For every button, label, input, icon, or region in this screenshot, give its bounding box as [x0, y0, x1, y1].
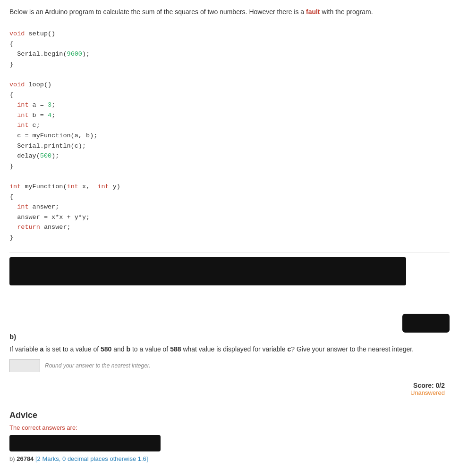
unanswered-text: Unanswered	[9, 389, 445, 396]
redacted-bar-a	[9, 257, 406, 285]
section-b-label: b)	[9, 333, 450, 341]
code-line-15: {	[9, 192, 450, 202]
code-line-blank1	[9, 69, 450, 80]
answer-b-label: b)	[9, 455, 15, 462]
question-b-text: If variable a is set to a value of 580 a…	[9, 344, 450, 354]
code-line-1: void setup()	[9, 29, 450, 39]
answer-input-b[interactable]	[9, 359, 40, 372]
code-line-5: void loop()	[9, 80, 450, 90]
answer-detail-b: b) 26784 [2 Marks, 0 decimal places othe…	[9, 455, 450, 462]
page-container: Below is an Arduino program to calculate…	[0, 0, 459, 469]
answer-input-area: Round your answer to the nearest integer…	[9, 359, 450, 372]
redacted-button	[402, 314, 450, 333]
code-line-17: answer = x*x + y*y;	[9, 212, 450, 223]
advice-title: Advice	[9, 410, 450, 420]
answer-b-value-text: 26784	[17, 455, 34, 462]
redacted-spacer	[9, 290, 450, 318]
code-line-12: delay(500);	[9, 151, 450, 161]
code-line-9: int c;	[9, 120, 450, 131]
kw-void1: void	[9, 30, 25, 37]
code-line-16: int answer;	[9, 202, 450, 212]
code-line-4: }	[9, 59, 450, 70]
redacted-section-a	[9, 257, 450, 318]
code-line-2: {	[9, 39, 450, 50]
code-line-10: c = myFunction(a, b);	[9, 131, 450, 141]
code-line-6: {	[9, 90, 450, 100]
score-text: Score: 0/2	[9, 382, 445, 389]
divider-1	[9, 252, 450, 252]
redacted-answer-bar	[9, 435, 161, 451]
code-line-11: Serial.println(c);	[9, 141, 450, 151]
fault-word: fault	[306, 8, 320, 16]
score-area: Score: 0/2 Unanswered	[9, 382, 450, 396]
intro-before-fault: Below is an Arduino program to calculate…	[9, 8, 306, 16]
code-line-18: return answer;	[9, 222, 450, 233]
code-line-7: int a = 3;	[9, 100, 450, 110]
code-line-14: int myFunction(int x, int y)	[9, 182, 450, 192]
code-block: void setup() { Serial.begin(9600); } voi…	[9, 24, 450, 247]
answer-b-marks-text: [2 Marks, 0 decimal places otherwise 1.6…	[35, 455, 148, 462]
correct-answers-label: The correct answers are:	[9, 424, 450, 431]
code-line-13: }	[9, 161, 450, 172]
code-line-blank2	[9, 171, 450, 182]
code-line-19: }	[9, 233, 450, 243]
answer-hint: Round your answer to the nearest integer…	[45, 362, 151, 369]
intro-text: Below is an Arduino program to calculate…	[9, 7, 450, 17]
code-line-8: int b = 4;	[9, 110, 450, 121]
advice-section: Advice The correct answers are: b) 26784…	[9, 410, 450, 462]
code-line-3: Serial.begin(9600);	[9, 49, 450, 59]
intro-after-fault: with the program.	[320, 8, 373, 16]
section-b: b) If variable a is set to a value of 58…	[9, 333, 450, 396]
